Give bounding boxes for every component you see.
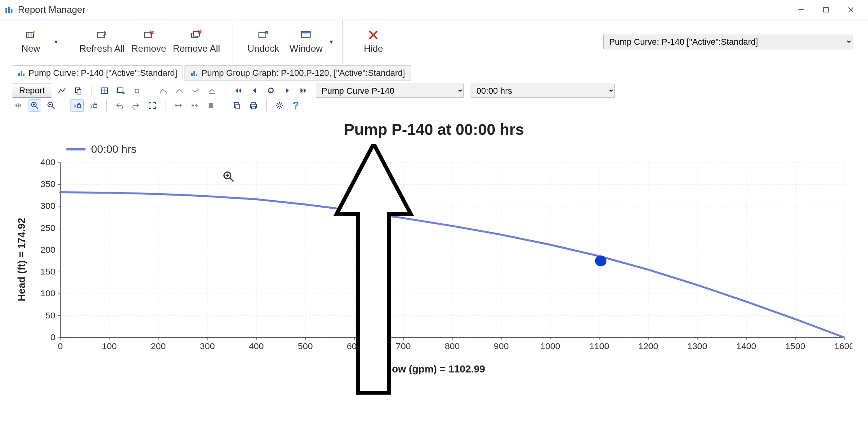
pan-icon[interactable]: [12, 99, 25, 112]
svg-text:0: 0: [51, 332, 56, 342]
chart-type-icon[interactable]: [55, 84, 69, 97]
window-dropdown[interactable]: ▾: [330, 38, 333, 45]
svg-text:200: 200: [40, 245, 55, 254]
svg-rect-55: [94, 105, 97, 108]
svg-rect-1: [8, 7, 10, 13]
first-icon[interactable]: [232, 84, 245, 97]
svg-text:150: 150: [40, 267, 55, 276]
refresh-all-label: Refresh All: [79, 43, 125, 54]
play-cycle-icon[interactable]: [264, 84, 278, 97]
lock-y-icon[interactable]: y: [87, 99, 100, 112]
link-icon[interactable]: [130, 84, 144, 97]
hide-button[interactable]: Hide: [352, 25, 395, 58]
next-icon[interactable]: [281, 84, 294, 97]
svg-rect-59: [209, 103, 213, 108]
svg-rect-61: [236, 104, 240, 109]
svg-point-11: [33, 31, 35, 33]
lock-x-icon[interactable]: x: [70, 99, 84, 112]
hide-icon: [367, 29, 379, 41]
chart-style-1-icon[interactable]: [156, 84, 170, 97]
svg-rect-0: [5, 8, 7, 13]
remove-all-button[interactable]: Remove All: [170, 25, 223, 58]
refresh-icon: [96, 29, 108, 41]
zoom-in-icon[interactable]: [28, 99, 41, 112]
close-button[interactable]: [838, 0, 863, 19]
chart-style-3-icon[interactable]: [189, 84, 202, 97]
chart-style-4-icon[interactable]: [206, 84, 219, 97]
report-selector[interactable]: Pump Curve: P-140 ["Active":Standard]: [603, 34, 852, 49]
undo-icon[interactable]: [113, 99, 126, 112]
svg-marker-44: [304, 88, 306, 93]
last-icon[interactable]: [297, 84, 310, 97]
tab-pump-curve[interactable]: Pump Curve: P-140 ["Active":Standard]: [12, 65, 183, 81]
undock-button[interactable]: Undock: [242, 25, 285, 58]
prev-icon[interactable]: [248, 84, 261, 97]
report-button[interactable]: Report: [12, 84, 52, 98]
new-button[interactable]: New: [9, 25, 52, 58]
svg-rect-37: [118, 88, 123, 93]
svg-text:1600: 1600: [834, 341, 852, 351]
svg-text:1300: 1300: [687, 341, 707, 351]
svg-rect-23: [302, 31, 310, 33]
remove-icon: [143, 29, 155, 41]
svg-rect-28: [23, 74, 25, 76]
legend-swatch: [66, 148, 86, 150]
print-icon[interactable]: [247, 99, 260, 112]
window-label: Window: [290, 43, 323, 54]
svg-marker-40: [239, 88, 241, 93]
redo-icon[interactable]: [129, 99, 142, 112]
svg-text:700: 700: [396, 341, 411, 351]
svg-rect-13: [144, 32, 151, 38]
minimize-button[interactable]: [789, 0, 814, 19]
chart-style-2-icon[interactable]: [173, 84, 186, 97]
chart-icon: [18, 69, 25, 77]
svg-text:500: 500: [298, 341, 313, 351]
remove-all-icon: [191, 29, 202, 41]
ribbon: New ▾ Refresh All Remove Remove All Undo…: [0, 19, 868, 64]
svg-rect-29: [191, 73, 193, 76]
titlebar: Report Manager: [0, 0, 868, 19]
stop-icon[interactable]: [204, 99, 218, 112]
help-icon[interactable]: ?: [289, 99, 302, 112]
svg-text:900: 900: [494, 341, 509, 351]
maximize-button[interactable]: [814, 0, 838, 19]
tab-pump-group[interactable]: Pump Group Graph: P-100,P-120, ["Active"…: [184, 65, 411, 81]
svg-point-65: [278, 104, 281, 107]
collapse-h-icon[interactable]: [188, 99, 201, 112]
svg-text:y: y: [90, 103, 93, 108]
app-icon: [5, 5, 14, 14]
chart-area: Pump P-140 at 00:00 hrs 00:00 hrs Head (…: [0, 114, 868, 383]
table-icon[interactable]: [98, 84, 111, 97]
copy-chart-icon[interactable]: [230, 99, 244, 112]
chart-time-select[interactable]: 00:00 hrs: [471, 84, 615, 98]
settings-icon[interactable]: [273, 99, 286, 112]
chart-source-select[interactable]: Pump Curve P-140: [316, 84, 464, 98]
remove-label: Remove: [131, 43, 166, 54]
expand-h-icon[interactable]: [172, 99, 185, 112]
chart-plot[interactable]: 0501001502002503003504000100200300400500…: [28, 159, 852, 361]
chart-title: Pump P-140 at 00:00 hrs: [16, 121, 852, 138]
remove-button[interactable]: Remove: [127, 25, 170, 58]
svg-rect-33: [77, 89, 81, 94]
svg-text:50: 50: [46, 311, 56, 320]
svg-text:1200: 1200: [638, 341, 658, 351]
svg-marker-42: [286, 88, 289, 93]
svg-text:1000: 1000: [540, 341, 560, 351]
chart-icon: [190, 69, 198, 77]
new-dropdown[interactable]: ▾: [54, 38, 58, 45]
refresh-all-button[interactable]: Refresh All: [77, 25, 127, 58]
svg-rect-27: [21, 71, 22, 76]
zoom-out-icon[interactable]: [44, 99, 58, 112]
table-edit-icon[interactable]: [114, 84, 127, 97]
fit-icon[interactable]: [146, 99, 159, 112]
window-button[interactable]: Window: [285, 25, 327, 58]
chart-legend: 00:00 hrs: [66, 143, 852, 156]
svg-rect-20: [259, 32, 266, 38]
tab-label: Pump Curve: P-140 ["Active":Standard]: [28, 68, 177, 78]
copy-icon[interactable]: [72, 84, 85, 97]
svg-rect-2: [11, 9, 12, 13]
undock-label: Undock: [248, 43, 279, 54]
chart-toolbar: Report Pump Curve P-140 00:00 hrs x y: [0, 81, 868, 114]
svg-text:300: 300: [200, 341, 214, 351]
svg-text:100: 100: [102, 341, 117, 351]
